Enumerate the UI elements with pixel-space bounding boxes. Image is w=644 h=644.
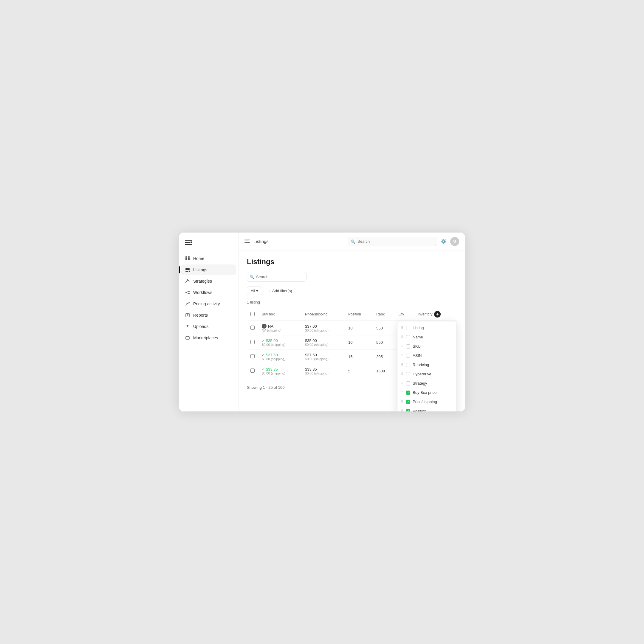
drag-handle-icon: ⠿ (401, 354, 404, 357)
sidebar: Home Listings (179, 233, 239, 411)
dropdown-label-listing: Listing (413, 326, 453, 330)
row-checkbox[interactable] (250, 340, 255, 344)
priceshipping-checkbox[interactable] (406, 400, 410, 404)
asin-checkbox[interactable] (406, 354, 410, 358)
menu-icon[interactable] (244, 239, 250, 244)
buy-box-price-value: $37.50 (266, 353, 278, 357)
strategies-icon (185, 278, 190, 284)
dropdown-label-repricing: Repricing (413, 363, 453, 367)
position-cell: 10 (345, 335, 373, 350)
sidebar-item-workflows[interactable]: Workflows (181, 287, 236, 298)
topbar: Listings 🔍 ⚙️ U (239, 233, 465, 250)
buyboxprice-checkbox[interactable] (406, 391, 410, 395)
sidebar-item-home[interactable]: Home (181, 253, 236, 264)
listings-count: 1 listing (247, 300, 457, 304)
svg-rect-0 (185, 240, 192, 241)
dropdown-item-buyboxprice[interactable]: ⠿ Buy Box price (397, 388, 456, 397)
listings-icon (185, 267, 190, 273)
add-column-button[interactable]: + (434, 311, 441, 318)
home-icon (185, 256, 190, 261)
listings-toolbar: 🔍 (247, 272, 457, 282)
main-content: Listings 🔍 ⚙️ U Listings 🔍 (239, 233, 465, 411)
dropdown-item-asin[interactable]: ⠿ ASIN (397, 351, 456, 360)
header-rank: Rank (373, 308, 395, 321)
buy-box-shipping: NA (shipping) (262, 329, 298, 332)
chevron-down-icon: ▾ (256, 289, 258, 293)
filter-all-button[interactable]: All ▾ (247, 287, 262, 295)
dropdown-item-sku[interactable]: ⠿ SKU (397, 342, 456, 351)
price-value: $35.00 (305, 338, 341, 343)
price-cell: $37.00 $0.00 (shipping) (301, 321, 345, 335)
dropdown-label-name: Name (413, 335, 453, 339)
table-wrapper: Buy box Price/shipping Position Rank Qty… (247, 308, 457, 378)
header-inventory: Inventory + (414, 308, 457, 321)
dropdown-label-strategy: Strategy (413, 381, 453, 386)
sidebar-item-pricing-activity[interactable]: Pricing activity (181, 298, 236, 309)
drag-handle-icon: ⠿ (401, 381, 404, 385)
dropdown-item-name[interactable]: ⠿ Name (397, 332, 456, 342)
sidebar-item-uploads[interactable]: Uploads (181, 321, 236, 332)
pagination-showing: Showing 1 - 25 of 100 (247, 385, 284, 390)
sidebar-label-uploads: Uploads (193, 324, 208, 329)
sidebar-navigation: Home Listings (179, 253, 238, 343)
position-checkbox[interactable] (406, 409, 410, 412)
select-all-checkbox[interactable] (250, 312, 255, 316)
rank-cell: 550 (373, 335, 395, 350)
drag-handle-icon: ⠿ (401, 363, 404, 367)
check-icon: ✓ (262, 339, 265, 343)
svg-rect-3 (191, 241, 192, 243)
hyperdrive-checkbox[interactable] (406, 372, 410, 376)
price-value: $37.50 (305, 353, 341, 357)
header-price-shipping: Price/shipping (301, 308, 345, 321)
topbar-search-container: 🔍 (348, 237, 437, 246)
listing-checkbox[interactable] (406, 326, 410, 330)
avatar[interactable]: U (450, 237, 459, 246)
svg-rect-6 (185, 256, 187, 258)
dropdown-item-listing[interactable]: ⠿ Listing (397, 323, 456, 332)
price-cell: $37.50 $0.00 (shipping) (301, 350, 345, 364)
buy-box-shipping: $0.00 (shipping) (262, 357, 298, 361)
info-icon: i (262, 324, 267, 329)
svg-rect-5 (188, 258, 190, 260)
listings-search-icon: 🔍 (250, 275, 254, 279)
strategy-checkbox[interactable] (406, 381, 410, 386)
row-checkbox[interactable] (250, 369, 255, 373)
row-checkbox[interactable] (250, 326, 255, 330)
sidebar-logo (179, 239, 238, 253)
table-header-row: Buy box Price/shipping Position Rank Qty… (247, 308, 457, 321)
drag-handle-icon: ⠿ (401, 326, 404, 330)
drag-handle-icon: ⠿ (401, 391, 404, 394)
buy-box-cell: ✓ $35.00 $0.00 (shipping) (258, 335, 301, 350)
topbar-search-input[interactable] (348, 237, 437, 246)
position-cell: 15 (345, 350, 373, 364)
svg-rect-22 (244, 239, 250, 239)
dropdown-item-hyperdrive[interactable]: ⠿ Hyperdrive (397, 369, 456, 379)
svg-line-17 (187, 293, 188, 294)
drag-handle-icon: ⠿ (401, 400, 404, 404)
listings-search-input[interactable] (247, 272, 306, 282)
add-filter-button[interactable]: + Add filter(s) (265, 287, 295, 295)
sidebar-item-marketplaces[interactable]: Marketplaces (181, 332, 236, 343)
row-checkbox[interactable] (250, 354, 255, 358)
dropdown-item-repricing[interactable]: ⠿ Repricing (397, 360, 456, 369)
svg-rect-24 (244, 242, 250, 243)
svg-rect-21 (186, 337, 189, 339)
sidebar-label-marketplaces: Marketplaces (193, 335, 218, 340)
reports-icon (185, 312, 190, 318)
sidebar-item-reports[interactable]: Reports (181, 310, 236, 321)
sidebar-label-home: Home (193, 256, 204, 261)
filter-all-label: All (251, 289, 255, 293)
dropdown-item-position[interactable]: ⠿ Position (397, 406, 456, 411)
dropdown-item-strategy[interactable]: ⠿ Strategy (397, 379, 456, 388)
repricing-checkbox[interactable] (406, 363, 410, 367)
app-window: Home Listings (179, 233, 465, 411)
name-checkbox[interactable] (406, 335, 410, 339)
sidebar-item-strategies[interactable]: Strategies (181, 276, 236, 287)
dropdown-label-buyboxprice: Buy Box price (413, 390, 453, 395)
dropdown-item-price-shipping[interactable]: ⠿ Price/shipping (397, 397, 456, 406)
sku-checkbox[interactable] (406, 344, 410, 349)
listings-search-container: 🔍 (247, 272, 306, 282)
filter-row: All ▾ + Add filter(s) (247, 287, 457, 295)
sidebar-item-listings[interactable]: Listings (181, 264, 236, 275)
settings-icon[interactable]: ⚙️ (441, 239, 447, 244)
